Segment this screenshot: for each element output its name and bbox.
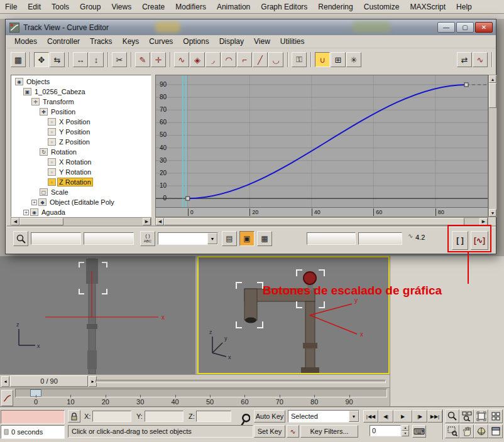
region-zoom-button[interactable] <box>445 424 459 438</box>
zoom-curves-button[interactable]: ∿ <box>473 52 488 67</box>
tree-item-aguada[interactable]: +◉Aguada <box>11 207 151 217</box>
zoom-button[interactable] <box>445 409 459 423</box>
tangent-linear-button[interactable]: ╱ <box>253 52 268 67</box>
tree-item-rotation[interactable]: ↻Rotation <box>11 147 151 157</box>
tree-item-objects[interactable]: ◉Objects <box>11 77 151 87</box>
tree-item-y-position[interactable]: ▫Y Position <box>11 127 151 137</box>
scroll-down-icon[interactable]: ▼ <box>489 209 496 217</box>
menu-item-graph-editors[interactable]: Graph Editors <box>261 3 307 11</box>
ce-menu-item-view[interactable]: View <box>254 37 270 46</box>
zoom-extents-button[interactable] <box>474 409 488 423</box>
scroll-thumb[interactable] <box>19 218 63 225</box>
coord-y-field[interactable] <box>145 411 184 422</box>
tangent-auto-button[interactable]: ∿ <box>174 52 189 67</box>
tree-horizontal-scrollbar[interactable]: ◀ ▶ <box>11 217 151 226</box>
track-set-combo[interactable]: ▼ <box>158 232 218 245</box>
curve-editor-window[interactable]: Track View - Curve Editor — ▢ ✕ ModesCon… <box>5 19 496 254</box>
set-key-button[interactable]: Set Key <box>254 425 285 438</box>
go-to-start-button[interactable]: |◀◀ <box>363 410 378 423</box>
coord-x-field[interactable] <box>92 411 131 422</box>
next-frame-button[interactable]: |▶ <box>412 410 427 423</box>
tree-item-x-position[interactable]: ▫X Position <box>11 117 151 127</box>
selection-lock-toggle[interactable] <box>68 410 80 423</box>
tangent-slow-button[interactable]: ◠ <box>221 52 236 67</box>
maximize-viewport-toggle-button[interactable] <box>488 424 503 438</box>
minimize-button[interactable]: — <box>437 22 455 33</box>
pan-curves-button[interactable]: ⇄ <box>457 52 472 67</box>
filters-button[interactable]: ▦ <box>11 52 26 67</box>
ce-menu-item-curves[interactable]: Curves <box>149 37 173 46</box>
menu-item-file[interactable]: File <box>5 3 17 11</box>
add-keys-button[interactable]: ✛ <box>151 52 166 67</box>
interactive-update-toggle[interactable]: ▣ <box>239 231 255 246</box>
curve-graph-area[interactable]: 0102030405060708090 <box>155 75 488 208</box>
selection-range-start-field[interactable] <box>307 232 356 245</box>
menu-item-modifiers[interactable]: Modifiers <box>175 3 206 11</box>
chevron-down-icon[interactable]: ▼ <box>207 233 217 244</box>
zoom-all-button[interactable] <box>459 409 474 423</box>
snap-frames-button[interactable]: ∪ <box>315 52 330 67</box>
zoom-selected-object-button[interactable] <box>13 231 28 246</box>
param-curve-out-of-range-button[interactable]: ⊞ <box>331 52 346 67</box>
scroll-left-icon[interactable]: ◀ <box>156 218 164 225</box>
tree-item-1-0256-cabeza[interactable]: ▣1_0256_Cabeza <box>11 87 151 97</box>
curve-graph[interactable]: 0102030405060708090 <box>156 75 488 207</box>
scroll-left-icon[interactable]: ◀ <box>11 218 19 225</box>
maxscript-mini-listener-output[interactable]: 0 seconds <box>1 425 65 439</box>
frame-spinner[interactable]: ▲▼ <box>402 425 409 436</box>
maxscript-mini-listener-macro[interactable] <box>1 410 65 424</box>
curve-editor-titlebar[interactable]: Track View - Curve Editor — ▢ ✕ <box>6 19 496 35</box>
close-button[interactable]: ✕ <box>475 22 493 33</box>
menu-item-animation[interactable]: Animation <box>217 3 250 11</box>
key-time-field[interactable] <box>31 232 81 245</box>
tangent-step-button[interactable]: ⌐ <box>237 52 252 67</box>
ce-menu-item-options[interactable]: Options <box>183 37 209 46</box>
tree-item-y-rotation[interactable]: ▫Y Rotation <box>11 167 151 177</box>
move-keys-button[interactable]: ✥ <box>34 52 49 67</box>
show-key-stats-button[interactable]: ( ) ABC <box>140 231 155 246</box>
new-key-tangent-button[interactable]: ∿ <box>287 425 299 438</box>
tangent-fast-button[interactable]: ◞ <box>205 52 221 67</box>
tangent-smooth-button[interactable]: ◡ <box>268 52 283 67</box>
menu-item-help[interactable]: Help <box>456 3 472 11</box>
viewport-perspective-active[interactable]: x y z x y <box>197 256 390 374</box>
pan-button[interactable] <box>459 424 474 438</box>
reduce-keys-button[interactable]: ✂ <box>112 52 127 67</box>
arc-rotate-button[interactable] <box>474 424 488 438</box>
ce-menu-item-display[interactable]: Display <box>219 37 244 46</box>
tree-item-position[interactable]: ✚Position <box>11 107 151 117</box>
grid-snap-toggle[interactable]: ▦ <box>257 231 272 246</box>
ce-menu-item-controller[interactable]: Controller <box>47 37 80 46</box>
graph-horizontal-scrollbar[interactable]: ◀ ▶ <box>155 217 488 226</box>
current-frame-field[interactable]: 0 <box>370 425 401 436</box>
maximize-button[interactable]: ▢ <box>456 22 474 33</box>
tangent-custom-button[interactable]: ◈ <box>190 52 205 67</box>
menu-item-maxscript[interactable]: MAXScript <box>410 3 446 11</box>
time-slider-track[interactable] <box>96 380 386 383</box>
menu-item-group[interactable]: Group <box>80 3 101 11</box>
previous-frame-button[interactable]: ◀| <box>378 410 393 423</box>
scroll-up-icon[interactable]: ▲ <box>489 75 496 83</box>
menu-item-customize[interactable]: Customize <box>364 3 400 11</box>
scroll-right-icon[interactable]: ▶ <box>143 218 151 225</box>
menu-item-views[interactable]: Views <box>111 3 131 11</box>
zoom-extents-all-button[interactable] <box>488 409 503 423</box>
ce-menu-item-keys[interactable]: Keys <box>123 37 140 46</box>
tree-item-x-rotation[interactable]: ▫X Rotation <box>11 157 151 167</box>
open-mini-curve-editor-button[interactable] <box>1 390 13 406</box>
tree-expander-icon[interactable]: + <box>31 200 37 205</box>
controller-tree[interactable]: ◉Objects▣1_0256_Cabeza✛Transform✚Positio… <box>11 75 151 217</box>
tree-item-object-editable-poly[interactable]: +◆Object (Editable Poly <box>11 197 151 207</box>
go-to-end-button[interactable]: ▶▶| <box>427 410 442 423</box>
ce-menu-item-modes[interactable]: Modes <box>14 37 37 46</box>
coord-z-field[interactable] <box>196 411 231 422</box>
curve-key[interactable] <box>464 83 468 87</box>
tree-item-transform[interactable]: ✛Transform <box>11 97 151 107</box>
ce-menu-item-tracks[interactable]: Tracks <box>90 37 112 46</box>
scale-keys-button[interactable]: ↔ <box>73 52 88 67</box>
time-slider-prev-button[interactable]: ◂ <box>1 376 9 387</box>
track-bar[interactable]: 0102030405060708090 <box>0 387 390 407</box>
lock-selection-button[interactable]: ⚿ <box>292 52 307 67</box>
tree-item-z-rotation[interactable]: ▫Z Rotation <box>11 177 151 187</box>
time-slider-handle[interactable]: 0 / 90 <box>10 375 88 387</box>
